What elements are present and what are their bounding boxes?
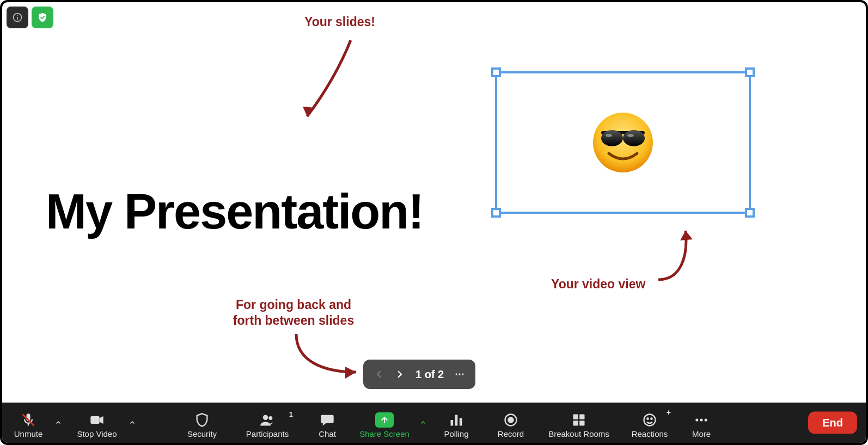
annotation-nav-line2: forth between slides [233,313,354,327]
svg-rect-27 [573,415,578,419]
record-icon [503,412,518,428]
ellipsis-icon [454,369,465,380]
toolbar-items: Unmute Stop Video Security 1 Participant… [2,403,723,443]
svg-point-36 [705,418,707,421]
slide-page-indicator: 1 of 2 [411,368,448,381]
svg-rect-30 [579,421,584,425]
svg-point-35 [700,418,702,421]
svg-point-26 [508,417,513,422]
reactions-plus-badge: + [667,408,671,417]
stop-video-button[interactable]: Stop Video [68,409,126,443]
sunglasses-face-icon [590,110,656,175]
resize-handle-bottom-right[interactable] [745,208,755,218]
security-label: Security [187,429,217,438]
record-label: Record [498,429,524,438]
shield-icon [194,412,210,428]
chevron-up-icon [420,419,426,426]
participants-label: Participants [246,429,289,438]
record-button[interactable]: Record [484,409,538,443]
resize-handle-top-right[interactable] [745,67,755,77]
share-screen-label: Share Screen [359,429,409,438]
annotation-nav-line1: For going back and [236,298,351,312]
polling-button[interactable]: Polling [429,409,484,443]
reactions-button[interactable]: + Reactions [620,409,680,443]
meeting-toolbar: Unmute Stop Video Security 1 Participant… [2,403,866,443]
audio-options-caret[interactable] [52,403,64,443]
video-camera-icon [89,412,105,428]
video-view-frame[interactable] [495,71,751,214]
top-left-buttons [7,7,53,28]
svg-point-20 [268,416,272,420]
end-label: End [822,417,843,429]
participants-count-badge: 1 [289,410,293,418]
svg-point-12 [456,373,457,375]
svg-point-2 [17,15,18,16]
breakout-rooms-label: Breakout Rooms [548,429,609,438]
reactions-label: Reactions [632,429,668,438]
zoom-window: Your slides! My Presentation! [0,0,868,445]
annotation-arrow-video [650,220,699,285]
svg-rect-29 [573,421,578,425]
ellipsis-icon [694,412,709,428]
resize-handle-top-left[interactable] [491,67,501,77]
svg-point-14 [462,373,463,375]
svg-marker-3 [303,107,315,116]
bar-chart-icon [449,412,464,428]
chat-button[interactable]: Chat [303,409,352,443]
arrow-up-icon [380,416,389,424]
svg-marker-18 [100,416,103,424]
meeting-info-button[interactable] [7,7,28,28]
svg-marker-11 [345,367,356,379]
annotation-arrow-nav [291,329,372,383]
slide-next-button[interactable] [390,365,409,384]
svg-point-9 [627,134,634,137]
svg-marker-10 [680,231,693,240]
chat-bubble-icon [319,412,335,428]
slide-prev-button[interactable] [370,365,388,384]
stop-video-label: Stop Video [77,429,117,438]
microphone-muted-icon [21,412,36,428]
svg-point-8 [606,134,612,137]
video-options-caret[interactable] [126,403,138,443]
resize-handle-bottom-left[interactable] [491,208,501,218]
svg-point-7 [623,130,645,146]
annotation-nav-label: For going back and forth between slides [223,297,364,329]
more-button[interactable]: More [680,409,723,443]
chevron-up-icon [129,419,136,426]
svg-rect-24 [460,418,462,426]
svg-point-6 [601,130,623,146]
polling-label: Polling [444,429,468,438]
svg-point-13 [459,373,461,375]
more-label: More [692,429,711,438]
grid-icon [571,412,586,428]
chevron-left-icon [374,369,384,379]
slide-more-button[interactable] [450,365,469,384]
chevron-up-icon [55,419,62,426]
svg-rect-28 [579,415,584,419]
svg-point-33 [651,418,652,419]
svg-rect-17 [90,416,99,424]
security-button[interactable]: Security [172,409,232,443]
share-options-caret[interactable] [417,403,429,443]
annotation-slides-label: Your slides! [304,14,375,30]
share-screen-button[interactable]: Share Screen [352,409,417,443]
shield-check-icon [37,12,48,23]
svg-point-31 [644,415,656,426]
share-screen-icon-bg [375,412,394,428]
unmute-button[interactable]: Unmute [4,409,52,443]
participants-button[interactable]: 1 Participants [232,409,303,443]
svg-rect-23 [455,415,458,426]
svg-rect-22 [451,420,454,426]
slide-title: My Presentation! [46,184,423,240]
svg-point-4 [593,113,653,172]
end-meeting-button[interactable]: End [808,412,857,434]
slide-navigation-bar: 1 of 2 [363,360,475,389]
svg-point-19 [263,415,268,420]
annotation-arrow-slides [291,35,367,127]
encryption-status-button[interactable] [32,7,53,28]
svg-point-34 [695,418,698,421]
svg-point-32 [647,418,648,419]
chevron-right-icon [395,369,405,379]
unmute-label: Unmute [14,429,43,438]
breakout-rooms-button[interactable]: Breakout Rooms [538,409,620,443]
